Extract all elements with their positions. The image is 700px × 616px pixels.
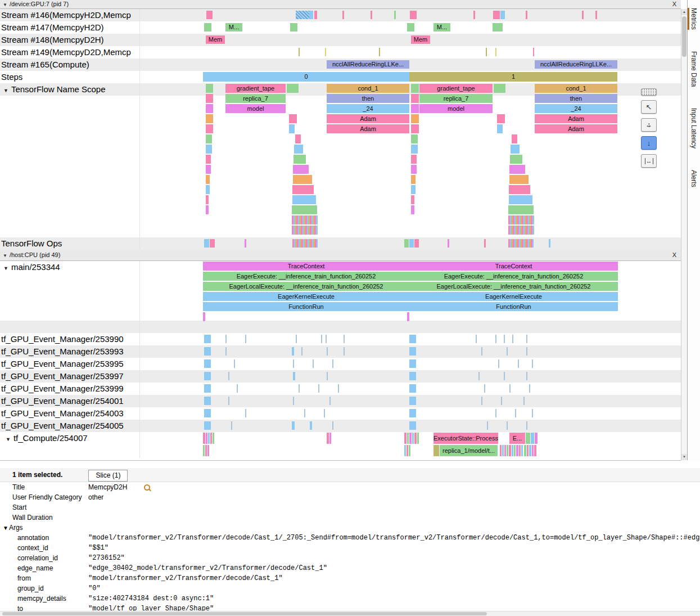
args-section-header[interactable]: ▼Args xyxy=(0,523,700,533)
trace-event[interactable] xyxy=(206,165,211,174)
trace-event[interactable] xyxy=(206,124,213,133)
trace-event[interactable] xyxy=(533,48,534,56)
row-label-tf-name-scope[interactable]: ▼TensorFlow Name Scope xyxy=(0,83,139,237)
trace-event[interactable] xyxy=(526,11,527,19)
trace-event[interactable] xyxy=(495,48,496,56)
trace-event[interactable] xyxy=(409,239,414,248)
trace-event[interactable] xyxy=(531,433,534,444)
trace-event[interactable] xyxy=(411,145,418,154)
trace-event-e-[interactable]: E... xyxy=(509,433,525,444)
trace-event[interactable] xyxy=(404,433,407,444)
trace-event[interactable] xyxy=(245,335,246,343)
trace-event-replica_7[interactable]: replica_7 xyxy=(225,94,286,103)
trace-event[interactable] xyxy=(535,433,538,444)
trace-event[interactable] xyxy=(293,359,294,368)
trace-event[interactable] xyxy=(326,335,327,343)
row-track-gpu-event-manager-253999[interactable] xyxy=(139,383,681,395)
trace-event[interactable] xyxy=(204,384,211,393)
trace-event[interactable] xyxy=(409,445,410,456)
trace-event[interactable] xyxy=(509,384,511,393)
trace-event[interactable] xyxy=(325,48,326,56)
trace-event[interactable] xyxy=(411,134,418,143)
trace-event[interactable] xyxy=(407,433,409,444)
trace-event[interactable] xyxy=(411,94,419,103)
trace-event[interactable] xyxy=(509,165,525,174)
trace-event-ncclallreduceringllke-[interactable]: ncclAllReduceRingLLKe... xyxy=(327,60,409,69)
trace-event[interactable] xyxy=(204,372,211,380)
row-label-main-253344[interactable]: ▼main/253344 xyxy=(0,261,139,333)
collapse-icon[interactable]: ▼ xyxy=(3,253,7,258)
trace-event-then[interactable]: then xyxy=(327,94,409,103)
trace-event-replica_1-model-t-[interactable]: replica_1/model/t... xyxy=(440,445,498,456)
trace-event[interactable] xyxy=(595,11,597,19)
trace-event[interactable] xyxy=(507,445,508,456)
collapse-icon[interactable]: ▼ xyxy=(6,437,11,442)
trace-event[interactable] xyxy=(487,421,488,430)
trace-event[interactable] xyxy=(329,397,331,405)
trace-event[interactable] xyxy=(411,185,416,194)
trace-event[interactable] xyxy=(508,239,534,248)
trace-event[interactable] xyxy=(508,215,534,224)
trace-event[interactable] xyxy=(287,84,299,93)
trace-event-m-[interactable]: M... xyxy=(433,23,450,32)
trace-event[interactable] xyxy=(327,372,328,380)
trace-event[interactable] xyxy=(206,195,209,204)
row-track-stream-146[interactable] xyxy=(139,9,681,21)
trace-event[interactable] xyxy=(411,205,414,214)
trace-event[interactable] xyxy=(512,445,513,456)
trace-event[interactable] xyxy=(210,239,215,248)
trace-event[interactable] xyxy=(529,384,530,393)
trace-event-eagerexecute-__inference_train_function_260252[interactable]: EagerExecute: __inference_train_function… xyxy=(203,272,409,281)
side-tab-input-latency[interactable]: Input Latency xyxy=(690,108,698,149)
row-track-tf-ops[interactable] xyxy=(139,237,681,250)
trace-event[interactable] xyxy=(500,445,502,456)
trace-event[interactable] xyxy=(292,195,316,204)
collapse-icon[interactable]: ▼ xyxy=(3,266,8,271)
trace-event[interactable] xyxy=(534,445,536,456)
cpu-close-button[interactable]: X xyxy=(672,250,676,260)
trace-event-tracecontext[interactable]: TraceContext xyxy=(409,262,618,271)
trace-event[interactable] xyxy=(332,359,333,368)
args-collapse-icon[interactable]: ▼ xyxy=(3,525,8,531)
trace-event[interactable] xyxy=(484,239,486,248)
trace-event[interactable] xyxy=(410,11,417,19)
trace-event[interactable] xyxy=(509,175,529,184)
trace-event[interactable] xyxy=(519,445,521,456)
trace-event[interactable] xyxy=(508,226,534,235)
trace-event[interactable] xyxy=(206,94,213,103)
trace-event[interactable] xyxy=(512,335,513,343)
trace-event[interactable] xyxy=(296,335,297,343)
trace-event[interactable] xyxy=(206,84,213,93)
trace-event-mem[interactable]: Mem xyxy=(206,35,225,44)
trace-event[interactable] xyxy=(433,445,439,456)
trace-event[interactable] xyxy=(228,397,229,405)
gpu-close-button[interactable]: X xyxy=(672,0,676,8)
trace-event[interactable] xyxy=(526,335,527,343)
horizontal-scrollbar-thumb[interactable] xyxy=(2,612,487,615)
trace-event[interactable] xyxy=(203,433,205,444)
trace-event[interactable] xyxy=(289,124,295,133)
trace-event[interactable] xyxy=(206,134,212,143)
trace-event-tracecontext[interactable]: TraceContext xyxy=(203,262,409,271)
row-track-gpu-event-manager-253990[interactable] xyxy=(139,333,681,345)
trace-event[interactable] xyxy=(412,433,414,444)
trace-event[interactable] xyxy=(407,445,408,456)
trace-event[interactable] xyxy=(532,445,534,456)
trace-event[interactable] xyxy=(523,397,525,405)
trace-event-replica_7[interactable]: replica_7 xyxy=(419,94,493,103)
trace-event[interactable] xyxy=(497,114,505,123)
trace-event-eagerexecute-__inference_train_function_260252[interactable]: EagerExecute: __inference_train_function… xyxy=(409,272,618,281)
row-track-stream-148[interactable]: MemMem xyxy=(139,34,681,46)
zoom-down-tool-icon[interactable]: ↓ xyxy=(641,136,657,150)
trace-event[interactable] xyxy=(414,433,417,444)
trace-event[interactable] xyxy=(409,409,416,417)
trace-event[interactable] xyxy=(507,347,508,356)
gpu-section-header[interactable]: ▼/device:GPU:7 (pid 7) X xyxy=(0,0,681,9)
trace-event[interactable] xyxy=(344,347,345,356)
trace-event[interactable] xyxy=(493,11,500,19)
trace-event[interactable] xyxy=(204,409,211,417)
trace-event[interactable] xyxy=(476,335,477,343)
side-tab-frame-data[interactable]: Frame Data xyxy=(690,51,698,87)
trace-event[interactable] xyxy=(293,372,295,380)
trace-event[interactable] xyxy=(231,421,232,430)
